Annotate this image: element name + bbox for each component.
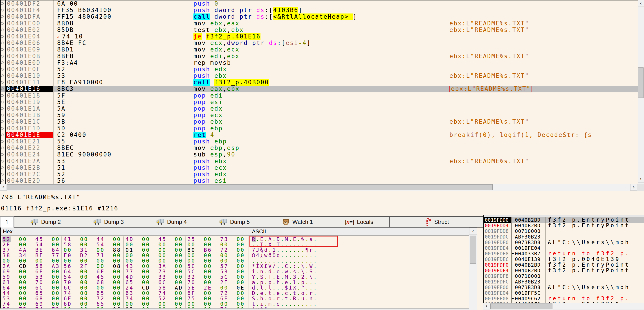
tab-dump-2[interactable]: Dump 2 xyxy=(14,216,77,228)
breakpoint-gutter[interactable] xyxy=(1,118,6,125)
hex-group[interactable]: 6D 00 65 00 xyxy=(62,301,124,307)
ascii-text[interactable]: 7J¾d.1.......¶r. xyxy=(249,247,469,253)
disasm-row[interactable]: 00401E2B51push ecx xyxy=(1,165,638,171)
hex-group[interactable]: 00 00 00 00 xyxy=(186,242,249,247)
disasm-row[interactable]: 00401E1B59pop ecx xyxy=(1,112,638,118)
hex-dump-row[interactable]: 38 34 BF 77F0 D2 71 0000 00 00 0000 00 0… xyxy=(1,253,469,258)
hex-group[interactable]: 00 00 00 00 xyxy=(124,258,186,264)
hex-group[interactable]: 5C 00 53 00 xyxy=(186,269,249,274)
stack-row[interactable]: 0019FE0800409C62return to f3f2_p.┌ xyxy=(484,296,644,302)
stack-row[interactable]: 0019FDF00040B2BDf3f2_p.EntryPoint│ xyxy=(484,262,644,268)
breakpoint-gutter[interactable] xyxy=(1,99,6,105)
hex-group[interactable]: 77 00 73 00 xyxy=(124,269,186,274)
breakpoint-gutter[interactable] xyxy=(1,7,6,13)
breakpoint-gutter[interactable] xyxy=(1,86,6,92)
hex-group[interactable]: 00 31 00 88 xyxy=(62,247,124,253)
breakpoint-gutter[interactable] xyxy=(1,20,6,27)
ascii-text[interactable]: S.h.o.r.t.R.u.n. xyxy=(249,296,469,301)
tab-watch-1[interactable]: Watch 1 xyxy=(266,216,329,228)
hex-group[interactable]: 25 00 73 00 xyxy=(186,237,249,242)
hex-dump-row[interactable]: 59 00 53 0054 00 45 004D 00 33 0032 00 5… xyxy=(1,274,469,280)
hex-group[interactable]: 41 00 44 00 xyxy=(62,237,124,242)
disasm-row[interactable]: 00401DF26A 00push 0 xyxy=(1,0,638,7)
disasm-row[interactable]: 00401E1C5Bpop ebxebx:L"README%s.TXT" xyxy=(1,118,638,125)
breakpoint-bullet-icon[interactable] xyxy=(1,94,4,97)
hex-group[interactable]: 6F 00 72 00 xyxy=(186,291,249,296)
disasm-row[interactable]: 00401E228BECmov ebp,esp xyxy=(1,145,638,151)
hex-group[interactable]: 00 00 00 00 xyxy=(124,253,186,258)
ascii-text[interactable]: *ÍX£V/..C.:.\.W. xyxy=(249,264,469,269)
ascii-text[interactable]: Y.S.T.E.M.3.2.\. xyxy=(249,274,469,280)
hex-group[interactable]: 38 34 BF 77 xyxy=(1,253,62,258)
hex-group[interactable]: 74 00 52 00 xyxy=(124,296,186,301)
hex-group[interactable]: F0 D2 71 00 xyxy=(62,253,124,258)
breakpoint-gutter[interactable] xyxy=(1,40,6,46)
breakpoint-bullet-icon[interactable] xyxy=(1,68,4,71)
breakpoint-bullet-icon[interactable] xyxy=(1,74,4,77)
breakpoint-gutter[interactable] xyxy=(1,112,6,118)
breakpoint-bullet-icon[interactable] xyxy=(1,41,4,44)
hex-dump-row[interactable]: 2E 00 54 0058 00 54 0000 00 00 0000 00 0… xyxy=(1,242,469,247)
hex-group[interactable]: 75 00 6E 00 xyxy=(186,296,249,301)
breakpoint-bullet-icon[interactable] xyxy=(1,61,4,64)
breakpoint-gutter[interactable] xyxy=(1,13,6,20)
disasm-row[interactable]: 00401DF4FF35 B6034100push dword ptr ds:[… xyxy=(1,7,638,13)
hex-group[interactable]: 43 00 3A 00 xyxy=(124,264,186,269)
stack-row[interactable]: 0019FE000073B3D8&L"C:\\Users\\moh│ xyxy=(484,285,644,290)
breakpoint-bullet-icon[interactable] xyxy=(1,48,4,51)
stack-row[interactable]: 0019FDD00040B2BDf3f2_p.EntryPoint xyxy=(484,217,644,223)
disasm-row[interactable]: 00401E0B8BFBmov edi,ebxebx:L"README%s.TX… xyxy=(1,53,638,59)
breakpoint-gutter[interactable] xyxy=(1,66,6,73)
stack-row[interactable]: 0019FE040019FF5C└ xyxy=(484,290,644,296)
stack-row[interactable]: 0019FDFCABF30B23│ xyxy=(484,279,644,285)
hex-group[interactable]: 54 00 45 00 xyxy=(62,274,124,280)
scroll-up-icon[interactable]: ‹ xyxy=(638,0,644,7)
breakpoint-bullet-icon[interactable] xyxy=(1,160,4,163)
hex-group[interactable]: 64 00 6C 00 xyxy=(1,285,62,291)
disasm-row[interactable]: 00401E2155push ebp xyxy=(1,138,638,145)
disasm-row[interactable]: 00401E2481EC 90000000sub esp,90 xyxy=(1,151,638,158)
hex-dump-row[interactable]: 00 00 00 0000 00 00 0000 00 00 0000 00 0… xyxy=(1,258,469,264)
disasm-row[interactable]: 00401E1A5Apop edx xyxy=(1,105,638,112)
tab-1[interactable]: 1 xyxy=(0,216,14,228)
breakpoint-bullet-icon[interactable] xyxy=(1,127,4,130)
scroll-left-icon[interactable]: ‹ xyxy=(0,184,7,191)
stack-row[interactable]: 0019FDD40040B2BDf3f2_p.EntryPoint xyxy=(484,223,644,228)
scroll-up-icon[interactable]: ‹ xyxy=(469,228,477,235)
breakpoint-bullet-icon[interactable] xyxy=(1,9,4,11)
breakpoint-bullet-icon[interactable] xyxy=(1,140,4,143)
hex-dump-row[interactable]: 44 00 65 0074 00 65 0063 00 74 006F 00 7… xyxy=(1,291,469,296)
tab-dump-4[interactable]: Dump 4 xyxy=(140,216,203,228)
hex-group[interactable]: 5E 2E 00 0E xyxy=(186,285,249,291)
hex-group[interactable]: 53 00 68 00 xyxy=(1,296,62,301)
breakpoint-bullet-icon[interactable] xyxy=(1,22,4,25)
hex-group[interactable]: 32 00 5C 00 xyxy=(186,274,249,280)
hex-dump-row[interactable]: 74 00 69 006D 00 65 0000 00 00 0000 00 0… xyxy=(1,301,469,307)
breakpoint-gutter[interactable] xyxy=(1,105,6,112)
breakpoint-bullet-icon[interactable] xyxy=(1,28,4,31)
disasm-row[interactable]: 00401E0DF3:A4rep movsb xyxy=(1,59,638,66)
hex-dump-row[interactable]: 53 00 68 006F 00 72 0074 00 52 0075 00 6… xyxy=(1,296,469,301)
hex-group[interactable]: 00 00 00 00 xyxy=(186,253,249,258)
breakpoint-gutter[interactable] xyxy=(1,165,6,171)
hex-group[interactable]: 00 00 00 00 xyxy=(124,242,186,247)
scroll-left-icon[interactable]: ‹ xyxy=(483,303,490,309)
hex-group[interactable]: 4D 00 33 00 xyxy=(124,274,186,280)
hex-group[interactable]: 69 00 6E 00 xyxy=(1,269,62,274)
tab-locals[interactable]: [x=]Locals xyxy=(329,216,389,228)
breakpoint-gutter[interactable] xyxy=(1,33,6,40)
breakpoint-gutter[interactable] xyxy=(1,27,6,33)
hex-dump-row[interactable]: 61 00 70 0070 00 68 0065 00 6C 0070 00 2… xyxy=(1,280,469,285)
scroll-right-icon[interactable]: › xyxy=(630,184,637,191)
breakpoint-bullet-icon[interactable] xyxy=(1,114,4,116)
hex-group[interactable]: 01 00 00 00 xyxy=(124,247,186,253)
hex-group[interactable]: 5C 00 57 00 xyxy=(186,264,249,269)
hex-group[interactable]: 44 00 65 00 xyxy=(1,291,62,296)
disasm-row[interactable]: 00401E1EC2 0400ret 4breakif(0), logif(1,… xyxy=(1,132,638,138)
ascii-text[interactable]: t.i.m.e......... xyxy=(249,301,469,307)
disasm-row[interactable]: 00401DFAFF15 48064200call dword ptr ds:[… xyxy=(1,13,638,20)
breakpoint-bullet-icon[interactable] xyxy=(1,153,4,156)
ascii-text[interactable]: D.e.t.e.c.t.o.r. xyxy=(249,291,469,296)
breakpoint-gutter[interactable] xyxy=(1,158,6,165)
disasm-row[interactable]: 00401E2D56push esi xyxy=(1,178,638,184)
